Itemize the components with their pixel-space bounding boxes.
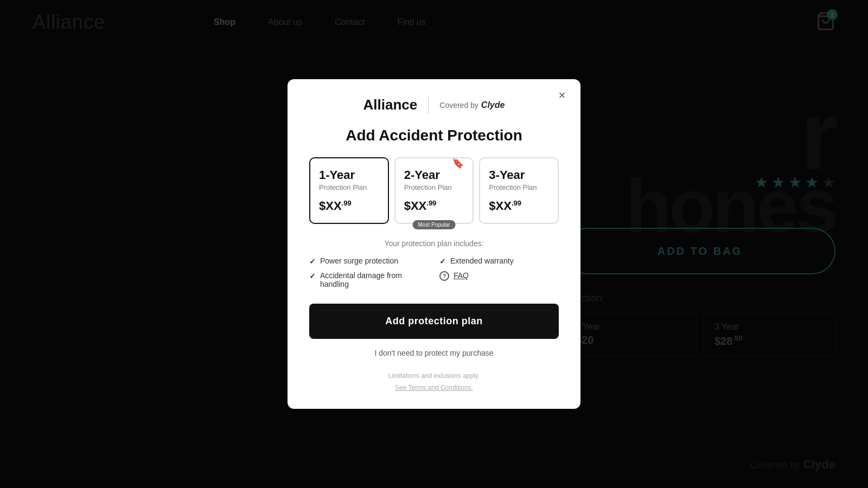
modal-covered-by: Covered by Clyde <box>439 100 505 110</box>
plan-card-1yr[interactable]: 1-Year Protection Plan $XX.99 <box>309 157 389 224</box>
modal-overlay[interactable]: × Alliance Covered by Clyde Add Accident… <box>0 0 868 488</box>
plan-1yr-price: $XX.99 <box>319 199 379 213</box>
include-extended-warranty: ✓ Extended warranty <box>439 256 559 266</box>
include-power-surge: ✓ Power surge protection <box>309 256 429 266</box>
plan-1yr-year: 1-Year <box>319 168 379 182</box>
plan-card-2yr[interactable]: 🔖 2-Year Protection Plan $XX.99 Most Pop… <box>394 157 474 224</box>
bookmark-icon: 🔖 <box>452 157 464 169</box>
check-icon-warranty: ✓ <box>439 257 446 266</box>
include-warranty-text: Extended warranty <box>450 256 514 265</box>
faq-link[interactable]: ? FAQ <box>439 271 559 288</box>
include-damage-text: Accidental damage from handling <box>320 271 429 288</box>
plan-3yr-price: $XX.99 <box>489 199 549 213</box>
include-power-text: Power surge protection <box>320 256 398 265</box>
plan-1yr-label: Protection Plan <box>319 183 379 191</box>
plan-2yr-label: Protection Plan <box>404 183 464 191</box>
includes-title: Your protection plan includes: <box>309 239 559 248</box>
clyde-logo: Clyde <box>481 100 505 110</box>
include-accidental-damage: ✓ Accidental damage from handling <box>309 271 429 288</box>
most-popular-badge: Most Popular <box>413 220 456 229</box>
plan-2yr-year: 2-Year <box>404 168 464 182</box>
disclaimer-line1: Limitations and exlusions apply. <box>388 372 480 380</box>
plan-cards: 1-Year Protection Plan $XX.99 🔖 2-Year P… <box>309 157 559 224</box>
faq-circle-icon: ? <box>439 271 449 281</box>
modal-header: Alliance Covered by Clyde <box>309 97 559 114</box>
skip-link[interactable]: I don't need to protect my purchase <box>309 349 559 357</box>
plan-card-3yr[interactable]: 3-Year Protection Plan $XX.99 <box>479 157 559 224</box>
modal-title: Add Accident Protection <box>309 127 559 144</box>
add-protection-button[interactable]: Add protection plan <box>309 304 559 339</box>
faq-label[interactable]: FAQ <box>454 271 469 280</box>
modal-header-divider <box>428 97 429 114</box>
check-icon-damage: ✓ <box>309 272 316 280</box>
modal: × Alliance Covered by Clyde Add Accident… <box>288 79 580 409</box>
plan-3yr-label: Protection Plan <box>489 183 549 191</box>
plan-3yr-year: 3-Year <box>489 168 549 182</box>
disclaimer-line2[interactable]: See Terms and Conditions. <box>395 384 473 391</box>
includes-grid: ✓ Power surge protection ✓ Extended warr… <box>309 256 559 288</box>
modal-close-button[interactable]: × <box>554 88 570 103</box>
check-icon-power: ✓ <box>309 257 316 266</box>
modal-brand: Alliance <box>363 97 418 113</box>
plan-2yr-price: $XX.99 <box>404 199 464 213</box>
disclaimer: Limitations and exlusions apply. See Ter… <box>309 370 559 394</box>
